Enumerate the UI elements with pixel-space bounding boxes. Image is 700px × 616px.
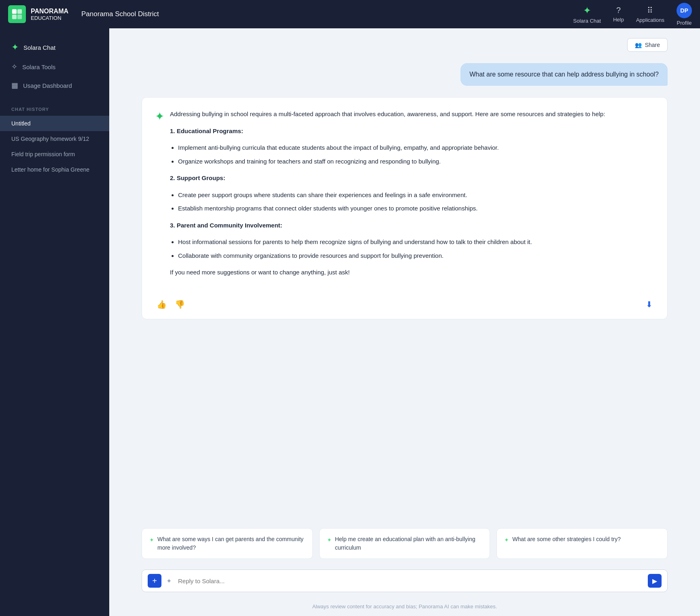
suggestions-row: ✦ What are some ways I can get parents a… <box>109 528 700 559</box>
sidebar-item-label: Usage Dashboard <box>23 82 72 89</box>
input-area: + ✦ ▶ <box>109 565 700 600</box>
chat-area: 👥 Share What are some resource that can … <box>109 28 700 528</box>
suggestion-card-3[interactable]: ✦ What are some other strategies I could… <box>496 528 668 559</box>
logo-text: PANORAMA EDUCATION <box>31 7 68 21</box>
help-icon: ? <box>616 6 621 15</box>
org-name: Panorama School District <box>81 10 159 18</box>
history-item-label: US Geography homework 9/12 <box>11 136 89 142</box>
svg-rect-0 <box>12 9 17 14</box>
suggestion-star-icon: ✦ <box>504 536 509 544</box>
section-2-bullet-2: Establish mentorship programs that conne… <box>178 203 605 214</box>
sidebar-item-usage-dashboard[interactable]: ▦ Usage Dashboard <box>6 77 103 94</box>
solara-chat-label: Solara Chat <box>573 18 601 24</box>
profile-label: Profile <box>677 20 692 26</box>
avatar: DP <box>677 3 692 18</box>
share-row: 👥 Share <box>142 38 668 52</box>
nav-solara-chat[interactable]: ✦ Solara Chat <box>573 5 601 24</box>
ai-star-icon: ✦ <box>155 110 164 284</box>
svg-rect-1 <box>17 9 22 14</box>
ai-section-3: 3. Parent and Community Involvement: Hos… <box>170 220 605 261</box>
section-1-bullet-1: Implement anti-bullying curricula that e… <box>178 142 605 153</box>
suggestion-text-2: Help me create an educational plan with … <box>335 535 483 552</box>
sidebar-item-solara-tools[interactable]: ✧ Solara Tools <box>6 58 103 75</box>
ai-response-text: Addressing bullying in school requires a… <box>170 109 605 284</box>
download-button[interactable]: ⬇ <box>644 298 654 311</box>
svg-rect-2 <box>12 15 17 19</box>
panorama-logo-icon <box>11 8 23 20</box>
send-icon: ▶ <box>652 577 657 585</box>
ai-card-header: ✦ Addressing bullying in school requires… <box>155 109 654 284</box>
logo-area: PANORAMA EDUCATION Panorama School Distr… <box>8 5 159 23</box>
solara-chat-icon: ✦ <box>11 42 19 53</box>
logo-box <box>8 5 26 23</box>
user-bubble: What are some resource that can help add… <box>460 63 668 86</box>
sidebar-item-label: Solara Tools <box>22 64 55 70</box>
tools-icon: ✧ <box>11 62 17 71</box>
section-2-bullet-1: Create peer support groups where student… <box>178 190 605 200</box>
disclaimer-text: Always review content for accuracy and b… <box>109 600 700 616</box>
feedback-buttons: 👍 👎 <box>155 298 187 311</box>
ai-section-2: 2. Support Groups: Create peer support g… <box>170 173 605 214</box>
section-3-bullet-1: Host informational sessions for parents … <box>178 237 605 247</box>
nav-profile[interactable]: DP Profile <box>677 3 692 26</box>
history-item-us-geo[interactable]: US Geography homework 9/12 <box>0 131 109 147</box>
help-label: Help <box>613 17 624 23</box>
svg-rect-3 <box>17 15 22 19</box>
history-item-label: Field trip permission form <box>11 151 75 157</box>
send-button[interactable]: ▶ <box>648 574 662 588</box>
share-button[interactable]: 👥 Share <box>627 38 668 52</box>
section-3-title: 3. Parent and Community Involvement: <box>170 222 282 229</box>
applications-label: Applications <box>636 17 664 23</box>
ai-outro: If you need more suggestions or want to … <box>170 267 605 278</box>
share-icon: 👥 <box>635 42 642 48</box>
chat-history-label: CHAT HISTORY <box>0 107 109 112</box>
section-3-bullet-2: Collaborate with community organizations… <box>178 251 605 261</box>
nav-applications[interactable]: ⠿ Applications <box>636 6 664 23</box>
thumbs-up-button[interactable]: 👍 <box>155 298 168 311</box>
suggestion-text-3: What are some other strategies I could t… <box>512 535 621 544</box>
history-item-letter-sophia[interactable]: Letter home for Sophia Greene <box>0 162 109 177</box>
section-1-title: 1. Educational Programs: <box>170 127 243 134</box>
grid-icon: ⠿ <box>647 6 653 15</box>
sidebar-item-label: Solara Chat <box>23 44 55 51</box>
thumbs-down-button[interactable]: 👎 <box>173 298 187 311</box>
history-item-untitled[interactable]: Untitled <box>0 116 109 131</box>
nav-right: ✦ Solara Chat ? Help ⠿ Applications DP P… <box>573 3 692 26</box>
dashboard-icon: ▦ <box>11 81 18 90</box>
sidebar: ✦ Solara Chat ✧ Solara Tools ▦ Usage Das… <box>0 28 109 616</box>
suggestion-card-1[interactable]: ✦ What are some ways I can get parents a… <box>142 528 313 559</box>
sidebar-item-solara-chat[interactable]: ✦ Solara Chat <box>6 38 103 57</box>
suggestion-star-icon: ✦ <box>327 536 332 544</box>
suggestion-card-2[interactable]: ✦ Help me create an educational plan wit… <box>319 528 490 559</box>
history-item-label: Untitled <box>11 120 30 127</box>
section-2-title: 2. Support Groups: <box>170 174 225 181</box>
nav-help[interactable]: ? Help <box>613 6 624 23</box>
chat-input[interactable] <box>178 578 643 584</box>
main-content: 👥 Share What are some resource that can … <box>109 28 700 616</box>
history-item-label: Letter home for Sophia Greene <box>11 166 89 173</box>
ai-section-1: 1. Educational Programs: Implement anti-… <box>170 126 605 167</box>
ai-intro: Addressing bullying in school requires a… <box>170 109 605 119</box>
top-navigation: PANORAMA EDUCATION Panorama School Distr… <box>0 0 700 28</box>
share-label: Share <box>645 42 660 48</box>
ai-response-card: ✦ Addressing bullying in school requires… <box>142 97 668 319</box>
solara-star-icon: ✦ <box>583 5 591 16</box>
input-row: + ✦ ▶ <box>142 569 668 592</box>
sidebar-nav: ✦ Solara Chat ✧ Solara Tools ▦ Usage Das… <box>0 38 109 94</box>
add-attachment-button[interactable]: + <box>148 574 161 588</box>
suggestion-star-icon: ✦ <box>149 536 154 544</box>
input-star-icon: ✦ <box>166 577 172 585</box>
ai-card-footer: 👍 👎 ⬇ <box>155 292 654 311</box>
suggestion-text-1: What are some ways I can get parents and… <box>157 535 305 552</box>
history-item-field-trip[interactable]: Field trip permission form <box>0 147 109 162</box>
section-1-bullet-2: Organize workshops and training for teac… <box>178 156 605 167</box>
user-message: What are some resource that can help add… <box>142 63 668 86</box>
